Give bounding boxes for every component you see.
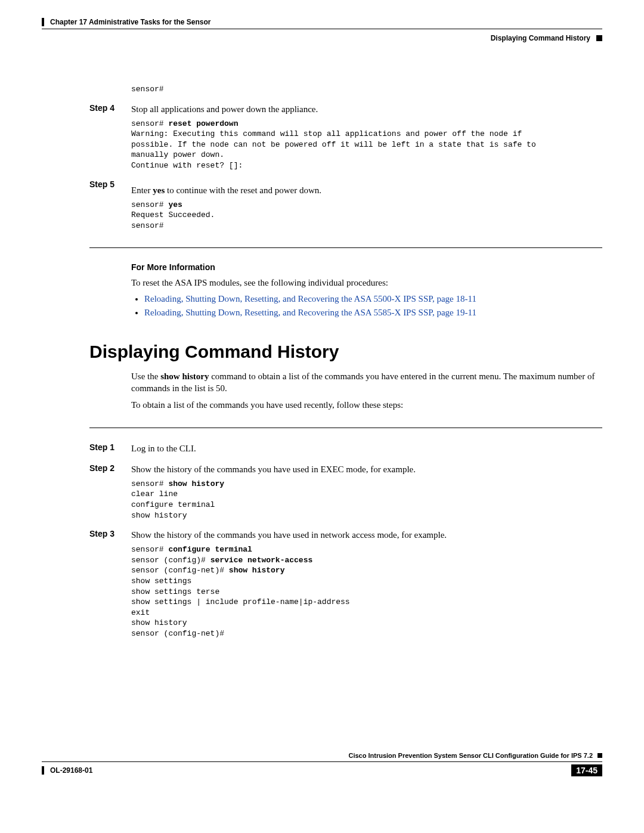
step-4-text: Stop all applications and power down the… <box>131 103 602 115</box>
header-chapter: Chapter 17 Administrative Tasks for the … <box>50 18 210 26</box>
footer-guide-title: Cisco Intrusion Prevention System Sensor… <box>348 752 593 759</box>
step-4-code: sensor# reset powerdown Warning: Executi… <box>131 119 602 171</box>
step-2-code: sensor# show history clear line configur… <box>131 479 602 521</box>
header-bar-icon <box>42 18 44 26</box>
page-number: 17-45 <box>571 764 602 776</box>
header-square-icon <box>596 35 602 41</box>
footer-square-icon <box>597 753 602 758</box>
section-intro-1: Use the show history command to obtain a… <box>131 370 602 395</box>
step-5-text: Enter yes to continue with the reset and… <box>131 184 602 196</box>
step-3-code: sensor# configure terminal sensor (confi… <box>131 544 602 639</box>
more-info-heading: For More Information <box>131 262 602 272</box>
step-5-code: sensor# yes Request Succeeded. sensor# <box>131 200 602 231</box>
code-block-sensor-prompt: sensor# <box>131 84 602 95</box>
step-1-text: Log in to the CLI. <box>131 442 602 454</box>
footer-rule <box>42 761 602 762</box>
header-section: Displaying Command History <box>491 34 590 42</box>
more-info-link-1[interactable]: Reloading, Shutting Down, Resetting, and… <box>144 294 476 304</box>
step-5-label: Step 5 <box>89 179 131 196</box>
section-heading: Displaying Command History <box>89 342 602 362</box>
more-info-link-2[interactable]: Reloading, Shutting Down, Resetting, and… <box>144 308 476 317</box>
more-info-intro: To reset the ASA IPS modules, see the fo… <box>131 277 602 289</box>
step-2-label: Step 2 <box>89 463 131 475</box>
header-rule <box>42 29 602 29</box>
step-1-label: Step 1 <box>89 442 131 454</box>
step-3-text: Show the history of the commands you hav… <box>131 529 602 541</box>
step-3-label: Step 3 <box>89 529 131 541</box>
steps-divider <box>89 428 602 428</box>
section-divider <box>89 247 602 248</box>
section-intro-2: To obtain a list of the commands you hav… <box>131 399 602 411</box>
footer-doc-number: OL-29168-01 <box>50 766 92 775</box>
step-4-label: Step 4 <box>89 103 131 115</box>
step-2-text: Show the history of the commands you hav… <box>131 463 602 475</box>
footer-bar-icon <box>42 766 44 775</box>
